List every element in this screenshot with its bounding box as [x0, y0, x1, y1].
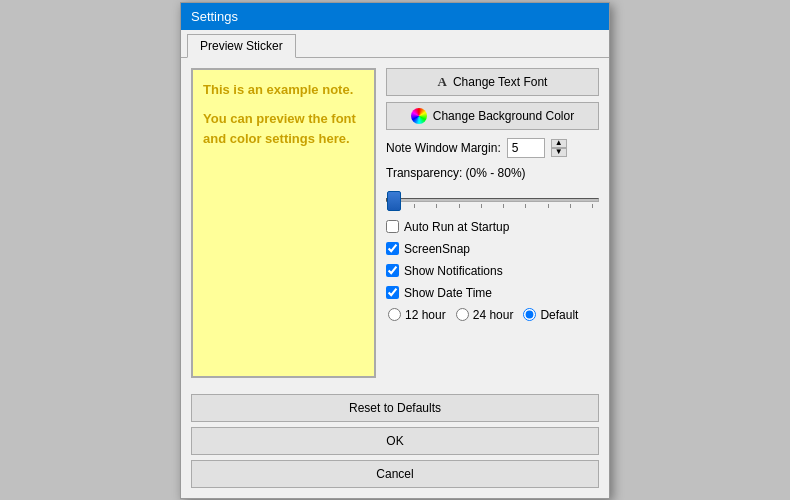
change-text-font-label: Change Text Font [453, 75, 548, 89]
show-date-time-label: Show Date Time [404, 286, 492, 300]
transparency-slider-track [386, 198, 599, 202]
title-bar: Settings [181, 3, 609, 30]
tick [503, 204, 504, 208]
slider-ticks [386, 204, 599, 208]
time-format-radio-group: 12 hour 24 hour Default [388, 308, 599, 322]
radio-24hour-input[interactable] [456, 308, 469, 321]
cancel-button[interactable]: Cancel [191, 460, 599, 488]
dialog-title: Settings [191, 9, 238, 24]
radio-12hour: 12 hour [388, 308, 446, 322]
font-icon: A [438, 74, 447, 90]
screen-snap-checkbox[interactable] [386, 242, 399, 255]
tick [548, 204, 549, 208]
transparency-label: Transparency: (0% - 80%) [386, 166, 599, 180]
show-date-time-row: Show Date Time [386, 286, 599, 300]
color-wheel-icon [411, 108, 427, 124]
radio-default-label: Default [540, 308, 578, 322]
margin-row: Note Window Margin: ▲ ▼ [386, 138, 599, 158]
show-date-time-checkbox[interactable] [386, 286, 399, 299]
tick [592, 204, 593, 208]
settings-dialog: Settings Preview Sticker This is an exam… [180, 2, 610, 499]
tab-bar: Preview Sticker [181, 30, 609, 58]
radio-default-input[interactable] [523, 308, 536, 321]
right-panel: A Change Text Font Change Background Col… [386, 68, 599, 378]
margin-input[interactable] [507, 138, 545, 158]
preview-panel: This is an example note. You can preview… [191, 68, 376, 378]
auto-run-label: Auto Run at Startup [404, 220, 509, 234]
tab-preview-sticker[interactable]: Preview Sticker [187, 34, 296, 58]
content-area: This is an example note. You can preview… [181, 58, 609, 388]
change-bg-color-button[interactable]: Change Background Color [386, 102, 599, 130]
radio-12hour-label: 12 hour [405, 308, 446, 322]
show-notifications-row: Show Notifications [386, 264, 599, 278]
tick [414, 204, 415, 208]
radio-24hour: 24 hour [456, 308, 514, 322]
auto-run-checkbox[interactable] [386, 220, 399, 233]
margin-label: Note Window Margin: [386, 141, 501, 155]
transparency-slider-thumb[interactable] [387, 191, 401, 211]
tick [436, 204, 437, 208]
radio-12hour-input[interactable] [388, 308, 401, 321]
tick [481, 204, 482, 208]
preview-line1: This is an example note. [203, 80, 364, 100]
show-notifications-label: Show Notifications [404, 264, 503, 278]
margin-decrement-button[interactable]: ▼ [551, 148, 567, 157]
tick [525, 204, 526, 208]
preview-line2: You can preview the font and color setti… [203, 109, 364, 148]
screen-snap-label: ScreenSnap [404, 242, 470, 256]
transparency-slider-container [386, 190, 599, 208]
margin-spinner: ▲ ▼ [551, 139, 567, 157]
radio-24hour-label: 24 hour [473, 308, 514, 322]
auto-run-row: Auto Run at Startup [386, 220, 599, 234]
radio-default: Default [523, 308, 578, 322]
bottom-buttons: Reset to Defaults OK Cancel [181, 388, 609, 498]
screen-snap-row: ScreenSnap [386, 242, 599, 256]
change-bg-color-label: Change Background Color [433, 109, 574, 123]
show-notifications-checkbox[interactable] [386, 264, 399, 277]
ok-button[interactable]: OK [191, 427, 599, 455]
tick [459, 204, 460, 208]
reset-defaults-button[interactable]: Reset to Defaults [191, 394, 599, 422]
change-text-font-button[interactable]: A Change Text Font [386, 68, 599, 96]
tick [570, 204, 571, 208]
